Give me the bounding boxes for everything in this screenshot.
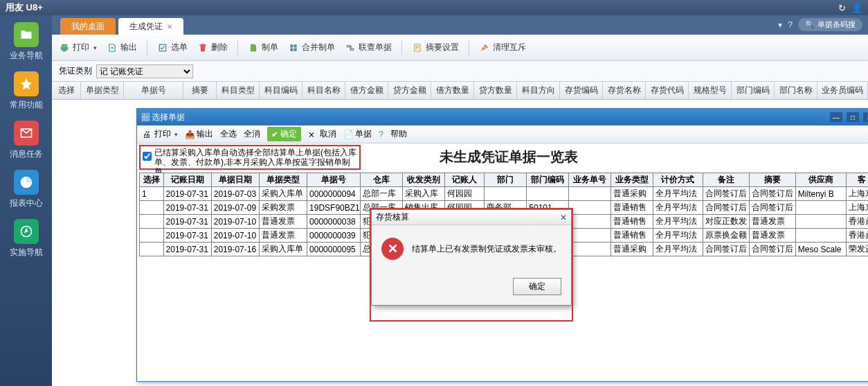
p-output-button[interactable]: 📤输出: [185, 128, 213, 140]
maximize-icon[interactable]: □: [847, 112, 859, 122]
separator: [469, 40, 469, 55]
col: 借方金额: [345, 82, 388, 99]
col-header: 部门: [485, 173, 527, 187]
cell: [569, 243, 611, 256]
select-icon: [157, 42, 168, 53]
cell: 2019-07-10: [211, 215, 259, 229]
clear-button[interactable]: 清理互斥: [479, 42, 526, 53]
cell: 19DSF90BZ1: [307, 201, 361, 215]
nav-business[interactable]: 业务导航: [6, 19, 47, 64]
summary-button[interactable]: 摘要设置: [412, 42, 459, 53]
modal-titlebar[interactable]: 存货核算 ✕: [372, 210, 571, 225]
col: 存货名称: [603, 82, 646, 99]
col: 借方数量: [431, 82, 474, 99]
modal-message: 结算单上已有发票制凭证或发票未审核。: [412, 243, 561, 255]
cell: [569, 229, 611, 243]
export-icon: [107, 42, 118, 53]
cell: 全月平均法: [653, 215, 703, 229]
merge-icon: [288, 42, 299, 53]
app-brand: 用友 U8+: [6, 1, 43, 14]
p-bill-button[interactable]: 📄单据: [343, 128, 372, 140]
tab-desktop[interactable]: 我的桌面: [60, 18, 116, 35]
make-button[interactable]: 制单: [248, 42, 278, 53]
select-button[interactable]: 选单: [157, 42, 188, 53]
doc-icon: [248, 42, 259, 53]
p-help-button[interactable]: ?帮助: [379, 128, 407, 140]
user-icon[interactable]: 👤: [851, 3, 862, 13]
cell: [140, 201, 164, 215]
main-toolbar: 打印 输出 选单 删除 制单 合并制单 联查单据 摘要设置 清理互斥: [52, 35, 868, 61]
help-icon[interactable]: ?: [788, 20, 793, 30]
delete-button[interactable]: 删除: [197, 42, 228, 53]
col-header: 收发类别: [403, 173, 445, 187]
tabs-right: ▾ ? 🔍 单据条码搜: [778, 18, 862, 31]
merge-button[interactable]: 合并制单: [288, 42, 335, 53]
close-icon[interactable]: ✕: [560, 213, 567, 222]
col: 单据号: [124, 82, 183, 99]
cell: 普通发票: [259, 215, 307, 229]
p-selectall-button[interactable]: 全选: [220, 128, 237, 140]
print-icon: 🖨: [143, 130, 152, 139]
modal-title: 存货核算: [376, 211, 409, 223]
p-print-button[interactable]: 🖨打印: [143, 128, 178, 140]
voucher-type-select[interactable]: 记 记账凭证: [96, 64, 193, 78]
col-header: 记账人: [445, 173, 485, 187]
nav-common[interactable]: 常用功能: [6, 69, 47, 114]
col-header: 计价方式: [653, 173, 703, 187]
popup-titlebar[interactable]: ▦ 选择单据 — □ ✕: [137, 109, 868, 125]
minimize-icon[interactable]: —: [830, 112, 842, 122]
nav-implement[interactable]: 实施导航: [6, 216, 47, 261]
cell: Miltenyi B: [795, 187, 846, 201]
tab-label: 我的桌面: [71, 21, 105, 33]
cell: 合同签订后: [749, 201, 795, 215]
cell: 采购入库单: [259, 187, 307, 201]
separator: [401, 40, 402, 55]
cell: 普通发票: [749, 229, 795, 243]
left-nav: 业务导航 常用功能 消息任务 报表中心 实施导航: [0, 15, 52, 386]
chevron-down-icon[interactable]: ▾: [778, 20, 782, 30]
col: 单据类型: [81, 82, 124, 99]
col-header: 记账日期: [163, 173, 211, 187]
cell: [795, 229, 846, 243]
col-header: 业务单号: [569, 173, 611, 187]
link-button[interactable]: 联查单据: [345, 42, 392, 53]
nav-messages[interactable]: 消息任务: [6, 118, 47, 163]
cell: 2019-07-31: [163, 187, 211, 201]
p-selectnone-button[interactable]: 全消: [244, 128, 260, 140]
close-icon[interactable]: ✕: [863, 112, 868, 122]
p-ok-button[interactable]: ✔确定: [267, 127, 301, 141]
col: 部门编码: [732, 82, 775, 99]
table-row[interactable]: 12019-07-312019-07-03采购入库单0000000094总部一库…: [140, 187, 869, 201]
nav-reports[interactable]: 报表中心: [6, 167, 47, 212]
popup-big-title: 未生成凭证单据一览表: [137, 148, 868, 166]
barcode-search[interactable]: 🔍 单据条码搜: [798, 18, 862, 31]
nav-label: 业务导航: [10, 50, 43, 62]
cell: [485, 187, 527, 201]
cell: [569, 215, 611, 229]
cell: 2019-07-31: [163, 201, 211, 215]
p-cancel-button[interactable]: ⨯取消: [308, 128, 336, 140]
col: 存货编码: [560, 82, 603, 99]
output-button[interactable]: 输出: [107, 42, 137, 53]
print-button[interactable]: 打印: [59, 42, 97, 53]
refresh-icon[interactable]: ↻: [838, 3, 846, 13]
modal-ok-button[interactable]: 确定: [513, 278, 561, 295]
tab-voucher[interactable]: 生成凭证 ✕: [118, 18, 183, 35]
separator: [237, 40, 238, 55]
cell: 普通销售: [611, 215, 653, 229]
cell: 2019-07-31: [163, 229, 211, 243]
col-select: 选择: [52, 82, 81, 99]
cell: [795, 215, 846, 229]
col: 贷方数量: [474, 82, 517, 99]
col: 部门名称: [775, 82, 817, 99]
close-icon[interactable]: ✕: [167, 23, 172, 30]
mail-icon: [14, 121, 39, 146]
cell: 0000000094: [307, 187, 361, 201]
compass-icon: [14, 219, 39, 244]
cancel-icon: ⨯: [308, 130, 318, 139]
modal-footer: 确定: [372, 272, 571, 305]
titlebar-right: ↻ 👤: [838, 3, 862, 13]
cell: 全月平均法: [653, 187, 703, 201]
col-header: 单据类型: [259, 173, 307, 187]
nav-label: 常用功能: [10, 99, 43, 111]
